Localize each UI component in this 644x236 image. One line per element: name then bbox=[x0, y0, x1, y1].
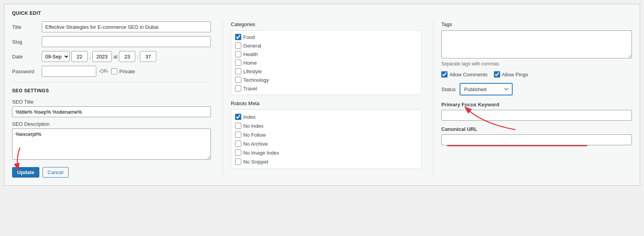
robot-nosnippet-label: No Snippet bbox=[243, 159, 268, 165]
date-row: Date 09-Sep , at : bbox=[12, 51, 211, 62]
title-row: Title bbox=[12, 21, 211, 32]
allow-comments-label[interactable]: Allow Comments bbox=[441, 71, 488, 77]
allow-pings-label[interactable]: Allow Pings bbox=[494, 71, 528, 77]
tags-hint: Separate tags with commas bbox=[441, 61, 632, 67]
status-row: Status Published Draft Pending Review bbox=[441, 83, 632, 95]
slug-label: Slug bbox=[12, 39, 39, 45]
robot-nosnippet[interactable]: No Snippet bbox=[235, 159, 417, 165]
divider-1 bbox=[12, 82, 211, 83]
cancel-button[interactable]: Cancel bbox=[42, 167, 68, 178]
robot-noimageindex[interactable]: No Image Index bbox=[235, 150, 417, 156]
cat-home-checkbox[interactable] bbox=[235, 60, 241, 66]
date-month-select[interactable]: 09-Sep bbox=[42, 51, 70, 62]
robots-meta-title: Robots Meta bbox=[231, 100, 421, 106]
seo-title-input[interactable] bbox=[12, 106, 211, 117]
allow-comments-text: Allow Comments bbox=[449, 72, 488, 77]
robot-noindex-label: No Index bbox=[243, 123, 264, 129]
cat-technology-label: Technology bbox=[243, 77, 269, 83]
quick-edit-title: QUICK EDIT bbox=[12, 11, 632, 16]
date-minute-input[interactable] bbox=[140, 51, 156, 62]
allow-pings-text: Allow Pings bbox=[502, 72, 528, 77]
cat-technology[interactable]: Technology bbox=[235, 77, 417, 83]
robot-noindex-checkbox[interactable] bbox=[235, 123, 241, 129]
cat-home[interactable]: Home bbox=[235, 60, 417, 66]
cat-technology-checkbox[interactable] bbox=[235, 77, 241, 83]
robot-index-label: Index bbox=[243, 114, 256, 120]
status-label: Status bbox=[441, 86, 456, 92]
slug-row: Slug bbox=[12, 36, 211, 47]
robot-nofollow-label: No Follow bbox=[243, 132, 266, 138]
cat-lifestyle[interactable]: Lifestyle bbox=[235, 68, 417, 74]
robots-list: Index No Index No Follow No Archive bbox=[231, 109, 421, 169]
cat-lifestyle-checkbox[interactable] bbox=[235, 68, 241, 74]
seo-title-label: SEO Title bbox=[12, 99, 211, 105]
robot-nosnippet-checkbox[interactable] bbox=[235, 159, 241, 165]
canonical-url-label: Canonical URL bbox=[441, 126, 632, 132]
cat-general[interactable]: General bbox=[235, 42, 417, 49]
date-day-input[interactable] bbox=[71, 51, 88, 62]
cat-general-label: General bbox=[243, 43, 261, 49]
or-label: -OR- bbox=[99, 69, 109, 74]
seo-desc-textarea[interactable]: %excerpt% bbox=[12, 129, 211, 160]
left-column: Title Slug Date 09-Sep , at bbox=[12, 21, 211, 178]
at-label: at bbox=[113, 54, 118, 60]
cat-health[interactable]: Health bbox=[235, 51, 417, 57]
categories-list[interactable]: Food General Health Home bbox=[231, 30, 421, 95]
robot-noindex[interactable]: No Index bbox=[235, 123, 417, 129]
canonical-url-section: Canonical URL bbox=[441, 126, 632, 145]
robot-index-checkbox[interactable] bbox=[235, 114, 241, 120]
title-label: Title bbox=[12, 24, 39, 30]
robot-nofollow-checkbox[interactable] bbox=[235, 132, 241, 138]
robot-noarchive[interactable]: No Archive bbox=[235, 141, 417, 147]
title-input[interactable] bbox=[42, 21, 211, 32]
main-grid: Title Slug Date 09-Sep , at bbox=[12, 21, 632, 178]
time-colon: : bbox=[137, 54, 138, 60]
robot-nofollow[interactable]: No Follow bbox=[235, 132, 417, 138]
cat-food[interactable]: Food bbox=[235, 34, 417, 40]
cat-travel[interactable]: Travel bbox=[235, 85, 417, 92]
robot-noarchive-label: No Archive bbox=[243, 141, 268, 147]
allow-comments-checkbox[interactable] bbox=[441, 71, 448, 77]
password-row: Password -OR- Private bbox=[12, 66, 211, 77]
slug-input[interactable] bbox=[42, 36, 211, 47]
tags-title: Tags bbox=[441, 21, 632, 27]
categories-title: Categories bbox=[231, 21, 421, 27]
private-checkbox[interactable] bbox=[111, 68, 117, 74]
robot-index[interactable]: Index bbox=[235, 114, 417, 120]
private-label: Private bbox=[119, 69, 135, 74]
allow-pings-checkbox[interactable] bbox=[494, 71, 500, 77]
seo-settings-title: SEO SETTINGS bbox=[12, 88, 211, 93]
cat-health-label: Health bbox=[243, 51, 258, 57]
seo-desc-label: SEO Description bbox=[12, 121, 211, 127]
cat-travel-label: Travel bbox=[243, 86, 257, 92]
button-row: Update Cancel bbox=[12, 167, 211, 178]
date-year-input[interactable] bbox=[92, 51, 112, 62]
cat-food-checkbox[interactable] bbox=[235, 34, 241, 40]
password-label: Password bbox=[12, 69, 39, 74]
cat-health-checkbox[interactable] bbox=[235, 51, 241, 57]
robots-meta-section: Robots Meta Index No Index No Follow bbox=[231, 100, 421, 169]
private-checkbox-label[interactable]: Private bbox=[111, 68, 135, 74]
password-input[interactable] bbox=[42, 66, 96, 77]
update-button[interactable]: Update bbox=[12, 167, 39, 178]
date-comma: , bbox=[89, 54, 91, 60]
category-items: Food General Health Home bbox=[235, 34, 417, 92]
cat-travel-checkbox[interactable] bbox=[235, 85, 241, 92]
cat-lifestyle-label: Lifestyle bbox=[243, 69, 262, 74]
robot-noarchive-checkbox[interactable] bbox=[235, 141, 241, 147]
primary-keyword-input[interactable] bbox=[441, 110, 632, 121]
primary-keyword-label: Primary Focus Keyword bbox=[441, 102, 632, 107]
status-select[interactable]: Published Draft Pending Review bbox=[460, 83, 513, 95]
robot-noimageindex-checkbox[interactable] bbox=[235, 150, 241, 156]
cat-general-checkbox[interactable] bbox=[235, 42, 241, 49]
quick-edit-panel: QUICK EDIT Title Slug Date 09-Sep bbox=[4, 4, 640, 186]
canonical-url-input[interactable] bbox=[441, 134, 632, 145]
date-hour-input[interactable] bbox=[119, 51, 135, 62]
date-label: Date bbox=[12, 54, 39, 60]
tags-textarea[interactable] bbox=[441, 30, 632, 58]
cat-food-label: Food bbox=[243, 34, 255, 40]
right-column: Tags Separate tags with commas Allow Com… bbox=[433, 21, 632, 178]
robot-noimageindex-label: No Image Index bbox=[243, 150, 279, 156]
cat-home-label: Home bbox=[243, 60, 257, 66]
middle-column: Categories Food General Health bbox=[223, 21, 421, 178]
